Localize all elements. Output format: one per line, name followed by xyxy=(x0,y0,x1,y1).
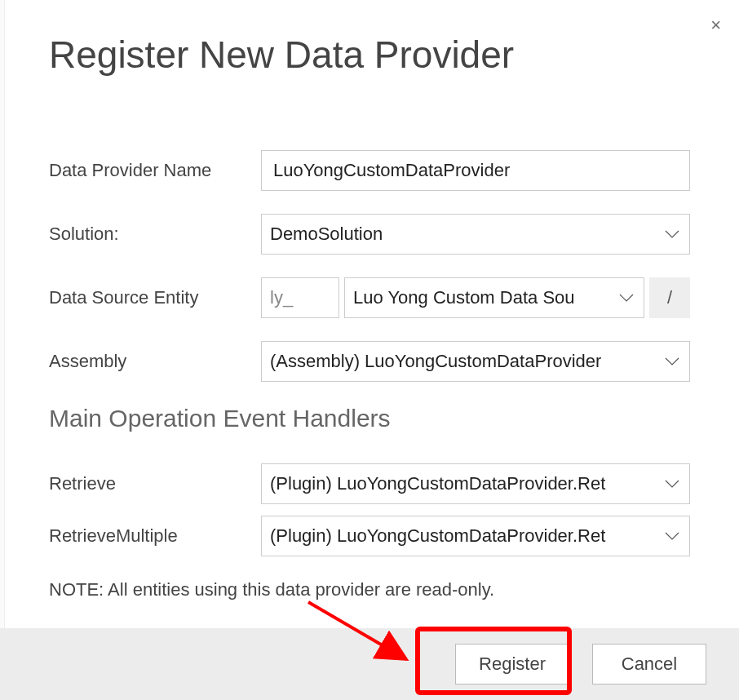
chevron-down-icon xyxy=(619,294,634,302)
assembly-row: Assembly (Assembly) LuoYongCustomDataPro… xyxy=(49,341,690,382)
provider-name-row: Data Provider Name xyxy=(49,150,690,191)
entity-row: Data Source Entity ly_ Luo Yong Custom D… xyxy=(49,277,690,318)
window-edge-strip xyxy=(0,0,5,700)
retrieve-label: Retrieve xyxy=(49,473,261,494)
dialog-title: Register New Data Provider xyxy=(49,33,690,77)
event-handlers-heading: Main Operation Event Handlers xyxy=(49,405,690,432)
dialog-footer: Register Cancel xyxy=(0,628,739,700)
entity-select[interactable]: Luo Yong Custom Data Sou xyxy=(344,277,644,318)
assembly-select-value: (Assembly) LuoYongCustomDataProvider xyxy=(270,351,601,372)
provider-name-label: Data Provider Name xyxy=(49,160,261,181)
assembly-label: Assembly xyxy=(49,351,261,372)
chevron-down-icon xyxy=(665,480,679,488)
entity-label: Data Source Entity xyxy=(49,287,261,308)
retrieve-multiple-select-value: (Plugin) LuoYongCustomDataProvider.Ret xyxy=(270,525,605,547)
retrieve-multiple-select[interactable]: (Plugin) LuoYongCustomDataProvider.Ret xyxy=(261,516,690,556)
retrieve-multiple-row: RetrieveMultiple (Plugin) LuoYongCustomD… xyxy=(49,516,690,556)
entity-edit-button[interactable]: / xyxy=(649,277,690,318)
register-data-provider-dialog: Register New Data Provider Data Provider… xyxy=(0,0,739,600)
assembly-select[interactable]: (Assembly) LuoYongCustomDataProvider xyxy=(261,341,690,382)
retrieve-multiple-label: RetrieveMultiple xyxy=(49,525,261,547)
readonly-note: NOTE: All entities using this data provi… xyxy=(49,579,690,600)
chevron-down-icon xyxy=(665,357,679,366)
cancel-button[interactable]: Cancel xyxy=(592,644,706,684)
chevron-down-icon xyxy=(665,230,679,238)
provider-name-input[interactable] xyxy=(261,150,690,191)
solution-select[interactable]: DemoSolution xyxy=(261,214,690,255)
close-icon[interactable]: × xyxy=(710,16,721,34)
chevron-down-icon xyxy=(665,532,679,540)
entity-prefix-input[interactable]: ly_ xyxy=(261,277,339,318)
entity-select-value: Luo Yong Custom Data Sou xyxy=(353,287,575,308)
solution-select-value: DemoSolution xyxy=(270,224,383,245)
register-button[interactable]: Register xyxy=(455,644,569,684)
solution-label: Solution: xyxy=(49,224,261,245)
retrieve-row: Retrieve (Plugin) LuoYongCustomDataProvi… xyxy=(49,463,690,504)
retrieve-select-value: (Plugin) LuoYongCustomDataProvider.Ret xyxy=(270,473,605,494)
solution-row: Solution: DemoSolution xyxy=(49,214,690,255)
retrieve-select[interactable]: (Plugin) LuoYongCustomDataProvider.Ret xyxy=(261,463,690,504)
